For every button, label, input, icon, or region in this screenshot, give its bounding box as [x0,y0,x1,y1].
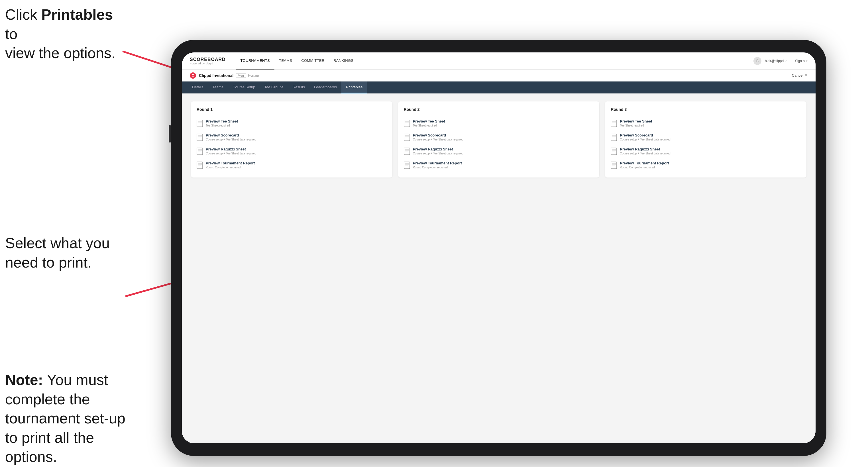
round-2-tee-sheet[interactable]: Preview Tee Sheet Tee Sheet required [404,116,594,130]
annotation-printables-bold: Printables [41,6,113,23]
svg-rect-48 [611,162,617,169]
logo-sub: Powered by clippd [190,62,226,65]
header-right: B blair@clippd.io | Sign out [753,57,808,65]
round-3-tee-sheet-subtitle: Tee Sheet required [620,124,652,127]
tee-sheet-icon [197,120,203,127]
round-2-raguzzi-subtitle: Course setup + Tee Sheet data required [413,152,463,155]
round-3-title: Round 3 [611,107,801,112]
tournament-name: Clippd Invitational [199,73,234,78]
round-2-title: Round 2 [404,107,594,112]
svg-rect-44 [611,148,617,155]
round-3-raguzzi[interactable]: Preview Raguzzi Sheet Course setup + Tee… [611,144,801,158]
round-3-raguzzi-subtitle: Course setup + Tee Sheet data required [620,152,670,155]
tab-leaderboards[interactable]: Leaderboards [309,82,341,93]
round-3-scorecard[interactable]: Preview Scorecard Course setup + Tee She… [611,130,801,144]
round-1-raguzzi-text: Preview Raguzzi Sheet Course setup + Tee… [206,147,256,155]
round-2-tournament-report-title: Preview Tournament Report [413,161,462,165]
round-2-tournament-report[interactable]: Preview Tournament Report Round Completi… [404,158,594,172]
svg-rect-4 [197,120,203,127]
round-1-scorecard-subtitle: Course setup + Tee Sheet data required [206,138,256,141]
round-2-tournament-report-subtitle: Round Completion required [413,166,462,169]
nav-teams[interactable]: TEAMS [274,53,297,69]
tournament-badge: Men [236,73,246,78]
tablet-side-button [169,125,171,143]
scoreboard-logo: SCOREBOARD Powered by clippd [190,57,226,65]
tournament-logo: C [190,72,196,79]
svg-rect-12 [197,148,203,155]
raguzzi-icon [197,148,203,155]
svg-rect-28 [404,148,410,155]
round-2-tournament-report-icon [404,161,410,169]
round-1-raguzzi-subtitle: Course setup + Tee Sheet data required [206,152,256,155]
round-1-raguzzi[interactable]: Preview Raguzzi Sheet Course setup + Tee… [197,144,387,158]
tournament-header: C Clippd Invitational Men Hosting Cancel… [182,69,815,82]
round-2-tee-sheet-title: Preview Tee Sheet [413,119,445,123]
tournament-report-icon [197,161,203,169]
round-1-title: Round 1 [197,107,387,112]
round-3-section: Round 3 Preview Tee Sheet Tee Sheet requ… [605,101,806,178]
logo-title: SCOREBOARD [190,57,226,62]
round-3-tournament-report[interactable]: Preview Tournament Report Round Completi… [611,158,801,172]
cancel-button[interactable]: Cancel ✕ [792,73,808,77]
nav-committee[interactable]: COMMITTEE [297,53,329,69]
round-1-section: Round 1 Preview Tee Sheet [191,101,393,178]
round-1-raguzzi-title: Preview Raguzzi Sheet [206,147,256,151]
svg-rect-24 [404,134,410,141]
annotation-middle: Select what youneed to print. [5,234,110,272]
user-avatar: B [753,57,762,65]
rounds-grid: Round 1 Preview Tee Sheet [191,101,806,178]
round-2-raguzzi[interactable]: Preview Raguzzi Sheet Course setup + Tee… [404,144,594,158]
main-content: Round 1 Preview Tee Sheet [182,93,815,443]
user-email: blair@clippd.io [765,59,787,63]
svg-rect-8 [197,134,203,141]
nav-tournaments[interactable]: TOURNAMENTS [236,53,274,69]
round-2-scorecard-subtitle: Course setup + Tee Sheet data required [413,138,463,141]
round-2-tee-sheet-subtitle: Tee Sheet required [413,124,445,127]
tab-printables[interactable]: Printables [341,82,367,93]
sign-out-link[interactable]: Sign out [795,59,808,63]
app-header: SCOREBOARD Powered by clippd TOURNAMENTS… [182,53,815,69]
round-1-scorecard-text: Preview Scorecard Course setup + Tee She… [206,133,256,141]
round-1-scorecard-title: Preview Scorecard [206,133,256,137]
tab-results[interactable]: Results [288,82,309,93]
round-1-tournament-report-title: Preview Tournament Report [206,161,255,165]
svg-rect-40 [611,134,617,141]
svg-rect-36 [611,120,617,127]
round-1-tournament-report[interactable]: Preview Tournament Report Round Completi… [197,158,387,172]
round-1-tee-sheet-subtitle: Tee Sheet required [206,124,238,127]
main-nav: TOURNAMENTS TEAMS COMMITTEE RANKINGS [236,53,753,69]
round-3-tee-sheet[interactable]: Preview Tee Sheet Tee Sheet required [611,116,801,130]
tablet-screen: SCOREBOARD Powered by clippd TOURNAMENTS… [182,53,815,443]
round-2-raguzzi-icon [404,148,410,155]
nav-rankings[interactable]: RANKINGS [329,53,358,69]
scorecard-icon [197,134,203,141]
round-1-tee-sheet[interactable]: Preview Tee Sheet Tee Sheet required [197,116,387,130]
round-1-tournament-report-subtitle: Round Completion required [206,166,255,169]
round-2-scorecard[interactable]: Preview Scorecard Course setup + Tee She… [404,130,594,144]
tab-details[interactable]: Details [187,82,208,93]
annotation-top: Click Printables toview the options. [5,5,125,63]
svg-rect-16 [197,162,203,169]
round-3-tournament-report-icon [611,161,617,169]
round-3-tee-sheet-icon [611,120,617,127]
round-1-tee-sheet-title: Preview Tee Sheet [206,119,238,123]
round-3-raguzzi-title: Preview Raguzzi Sheet [620,147,670,151]
round-1-tournament-report-text: Preview Tournament Report Round Completi… [206,161,255,169]
round-2-scorecard-title: Preview Scorecard [413,133,463,137]
tab-bar: Details Teams Course Setup Tee Groups Re… [182,82,815,93]
round-3-tournament-report-title: Preview Tournament Report [620,161,669,165]
round-2-section: Round 2 Preview Tee Sheet Tee Sheet requ… [398,101,599,178]
round-1-scorecard[interactable]: Preview Scorecard Course setup + Tee She… [197,130,387,144]
svg-rect-32 [404,162,410,169]
svg-rect-20 [404,120,410,127]
round-3-tee-sheet-title: Preview Tee Sheet [620,119,652,123]
round-3-tournament-report-subtitle: Round Completion required [620,166,669,169]
annotation-bottom: Note: You mustcomplete thetournament set… [5,370,142,467]
round-2-scorecard-icon [404,134,410,141]
tab-tee-groups[interactable]: Tee Groups [260,82,288,93]
tab-teams[interactable]: Teams [208,82,228,93]
tab-course-setup[interactable]: Course Setup [228,82,260,93]
tournament-status: Hosting [248,74,259,77]
annotation-note-bold: Note: [5,372,43,388]
round-1-tee-sheet-text: Preview Tee Sheet Tee Sheet required [206,119,238,127]
